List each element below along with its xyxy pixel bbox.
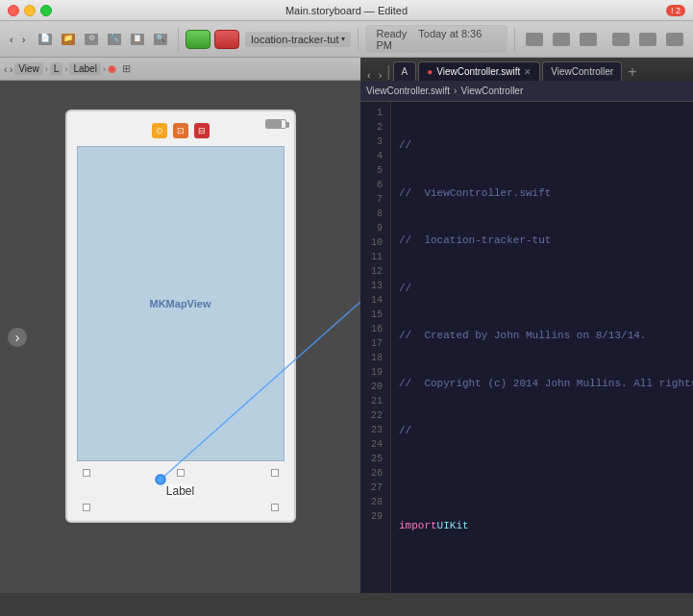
view-control-1[interactable] xyxy=(522,31,547,48)
scene-entry-arrow: › xyxy=(8,328,27,347)
tab-close-button[interactable]: ✕ xyxy=(524,67,532,77)
panel-control-2[interactable] xyxy=(635,31,660,48)
battery-fill xyxy=(266,120,282,128)
arrow-right-icon: › xyxy=(15,330,20,345)
file-icon-2[interactable]: 📁 xyxy=(58,32,79,47)
file-icon-group: 📄 📁 ⚙ 🔧 📋 🔍 xyxy=(35,32,171,47)
tab-viewcontroller-label: ViewController.swift xyxy=(436,66,520,77)
view-control-3[interactable] xyxy=(576,31,601,48)
view-controls xyxy=(522,31,601,48)
stop-indicator: ◉ xyxy=(108,63,116,74)
status-box: Ready Today at 8:36 PM xyxy=(365,25,507,54)
battery-indicator xyxy=(265,119,286,129)
code-line-4: // xyxy=(399,281,685,297)
tab-jump-label: ViewController xyxy=(551,66,613,77)
resize-handle-center[interactable] xyxy=(177,469,185,477)
stop-button[interactable] xyxy=(214,30,239,49)
map-view-element[interactable]: MKMapView xyxy=(77,146,285,461)
file-icon-6[interactable]: 🔍 xyxy=(150,32,171,47)
assistant-icon: A xyxy=(402,66,408,77)
code-line-8 xyxy=(399,471,685,487)
run-button[interactable] xyxy=(186,30,210,49)
label-handles xyxy=(75,502,286,513)
file-icon-4[interactable]: 🔧 xyxy=(104,32,125,47)
code-line-6: // Copyright (c) 2014 John Mullins. All … xyxy=(399,376,685,392)
code-bc-class: ViewController xyxy=(460,86,523,96)
bc-label-view[interactable]: View xyxy=(14,62,43,75)
code-line-3: // location-tracker-tut xyxy=(399,233,685,249)
storyboard-breadcrumb: ‹ › View › L › Label › ◉ ⊞ xyxy=(0,58,360,81)
bc-forward-button[interactable]: › xyxy=(10,63,13,75)
error-badge: ! 2 xyxy=(666,5,685,16)
storyboard-panel: ‹ › View › L › Label › ◉ ⊞ › xyxy=(0,58,360,593)
tab-viewcontroller-jump[interactable]: ViewController xyxy=(542,62,622,81)
label-handle-right[interactable] xyxy=(271,504,279,511)
map-view-label: MKMapView xyxy=(150,298,211,309)
view-control-2[interactable] xyxy=(549,31,574,48)
iphone-mockup: ⊙ ⊡ ⊟ MKMapView xyxy=(65,110,296,523)
editor-forward-button[interactable]: › xyxy=(376,69,385,81)
bc-item-3: Label › xyxy=(69,62,105,75)
nav-back-button[interactable]: ‹ xyxy=(6,32,17,47)
status-icon-red: ⊟ xyxy=(194,123,210,138)
tab-separator: | xyxy=(386,63,390,81)
maximize-button[interactable] xyxy=(40,5,52,16)
bc-item-1: View › xyxy=(14,62,48,75)
layout-toggle-button[interactable]: ⊞ xyxy=(122,62,131,75)
title-bar: Main.storyboard — Edited ! 2 xyxy=(0,0,693,21)
tab-add-button[interactable]: + xyxy=(628,63,636,81)
code-editor-area[interactable]: 12345 678910 1112131415 1617181920 21222… xyxy=(360,102,693,593)
separator-2 xyxy=(358,28,359,51)
status-icon-yellow: ⊙ xyxy=(152,123,167,138)
line-numbers: 12345 678910 1112131415 1617181920 21222… xyxy=(360,102,391,593)
file-icon-3[interactable]: ⚙ xyxy=(81,32,102,47)
panel-control-3[interactable] xyxy=(662,31,687,48)
tab-assistant[interactable]: A xyxy=(393,62,417,81)
schema-label: location-tracker-tut xyxy=(251,34,338,45)
label-handle-left[interactable] xyxy=(83,504,90,511)
status-label: Ready xyxy=(376,28,407,39)
nav-buttons: ‹ › xyxy=(6,32,29,47)
status-area: Ready Today at 8:36 PM xyxy=(365,25,507,54)
resize-handle-left[interactable] xyxy=(83,469,90,477)
close-button[interactable] xyxy=(8,5,19,16)
resize-handles-row1 xyxy=(75,465,286,480)
bc-label-label[interactable]: Label xyxy=(69,62,100,75)
code-line-9: import UIKit xyxy=(399,518,685,534)
file-icon-1[interactable]: 📄 xyxy=(35,32,56,47)
code-line-7: // xyxy=(399,423,685,439)
code-line-1: // xyxy=(399,137,685,154)
traffic-lights xyxy=(8,5,52,16)
panel-control-1[interactable] xyxy=(608,31,633,48)
code-line-2: // ViewController.swift xyxy=(399,185,685,202)
window-title: Main.storyboard — Edited xyxy=(285,5,408,16)
bc-label-L[interactable]: L xyxy=(50,62,63,75)
chevron-down-icon: ▾ xyxy=(341,35,345,43)
main-content: ‹ › View › L › Label › ◉ ⊞ › xyxy=(0,58,693,593)
schema-selector[interactable]: location-tracker-tut ▾ xyxy=(245,32,351,47)
swift-file-icon: ● xyxy=(427,66,433,77)
editor-back-button[interactable]: ‹ xyxy=(364,69,374,81)
bc-item-2: L › xyxy=(50,62,68,75)
code-tab-bar: ‹ › | A ● ViewController.swift ✕ ViewCon… xyxy=(360,58,693,81)
iphone-status-bar: ⊙ ⊡ ⊟ xyxy=(75,119,286,142)
code-line-5: // Created by John Mullins on 8/13/14. xyxy=(399,328,685,344)
tab-viewcontroller-swift[interactable]: ● ViewController.swift ✕ xyxy=(418,62,540,81)
label-element[interactable]: Label xyxy=(75,480,286,502)
code-line-10 xyxy=(399,566,685,582)
code-editor-panel: ‹ › | A ● ViewController.swift ✕ ViewCon… xyxy=(360,58,693,593)
code-content: // // ViewController.swift // location-t… xyxy=(391,102,693,593)
main-toolbar: ‹ › 📄 📁 ⚙ 🔧 📋 🔍 location-tracker-tut ▾ xyxy=(0,21,693,58)
bc-back-button[interactable]: ‹ xyxy=(4,63,8,75)
code-breadcrumb: ViewController.swift › ViewController xyxy=(360,81,693,102)
file-icon-5[interactable]: 📋 xyxy=(127,32,148,47)
resize-handle-right[interactable] xyxy=(271,469,279,477)
minimize-button[interactable] xyxy=(24,5,36,16)
separator-3 xyxy=(514,28,515,51)
status-icon-orange: ⊡ xyxy=(173,123,188,138)
storyboard-canvas[interactable]: › ⊙ ⊡ ⊟ MKMapView xyxy=(0,81,360,593)
code-bc-filename: ViewController.swift xyxy=(366,86,450,96)
nav-forward-button[interactable]: › xyxy=(18,32,30,47)
label-element-text: Label xyxy=(166,484,194,498)
separator-1 xyxy=(178,28,179,51)
